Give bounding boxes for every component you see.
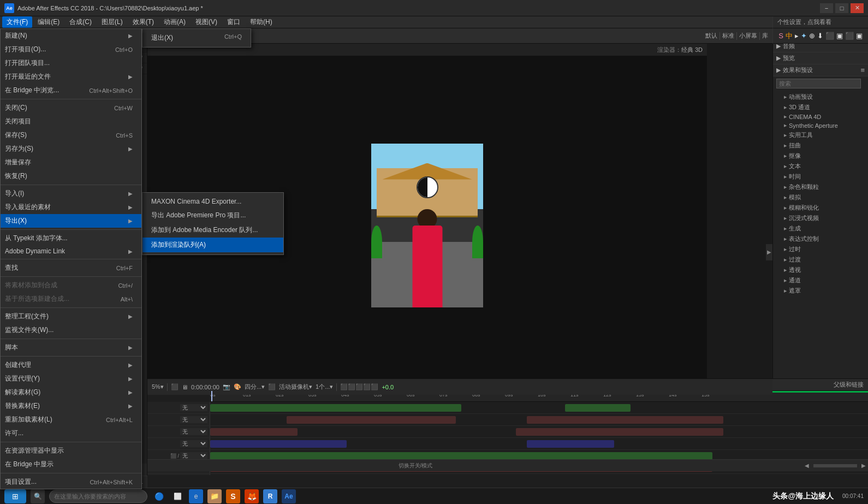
- effect-synthetic[interactable]: ▶ Synthetic Aperture: [773, 121, 868, 130]
- exit-item[interactable]: 退出(X) Ctrl+Q: [142, 31, 251, 45]
- menu-edit[interactable]: 编辑(E): [33, 16, 64, 28]
- info-box[interactable]: 个性设置，点我看看: [772, 16, 868, 28]
- effect-immersive[interactable]: ▶ 沉浸式视频: [773, 213, 868, 223]
- track-parent-3[interactable]: 无: [180, 428, 207, 435]
- effect-simulate[interactable]: ▶ 模拟: [773, 192, 868, 203]
- effect-matte[interactable]: ▶ 遮罩: [773, 286, 868, 296]
- snapshot-btn[interactable]: 📷: [223, 383, 230, 390]
- menu-effect[interactable]: 效果(T): [128, 16, 158, 28]
- menu-import[interactable]: 导入(I) ▶: [1, 187, 141, 200]
- maximize-button[interactable]: □: [835, 3, 848, 13]
- menu-organize[interactable]: 整理工程(文件) ▶: [1, 310, 141, 323]
- effect-animation-presets[interactable]: ▶ 动画预设: [773, 92, 868, 102]
- menu-revert[interactable]: 恢复(R): [1, 169, 141, 183]
- menu-open-team[interactable]: 打开团队项目...: [1, 56, 141, 70]
- effects-search-input[interactable]: [776, 79, 861, 88]
- effect-noise[interactable]: ▶ 杂色和颗粒: [773, 182, 868, 192]
- menu-open-project[interactable]: 打开项目(O)... Ctrl+O: [1, 43, 141, 56]
- effects-menu-icon[interactable]: ≡: [860, 66, 865, 74]
- menu-watch-folder[interactable]: 监视文件夹(W)...: [1, 323, 141, 337]
- effect-perspective[interactable]: ▶ 透视: [773, 265, 868, 275]
- effect-distort[interactable]: ▶ 扭曲: [773, 140, 868, 151]
- effects-section-header[interactable]: ▶ 效果和预设 ≡: [773, 64, 868, 76]
- track-parent-2[interactable]: 无: [180, 416, 207, 423]
- menu-save[interactable]: 保存(S) Ctrl+S: [1, 128, 141, 142]
- effect-text[interactable]: ▶ 文本: [773, 161, 868, 171]
- effect-blur[interactable]: ▶ 模糊和锐化: [773, 203, 868, 213]
- menu-show-in-bridge[interactable]: 在 Bridge 中显示: [1, 458, 141, 471]
- menu-proj-settings[interactable]: 项目设置... Ctrl+Alt+Shift+K: [1, 475, 141, 489]
- menu-file[interactable]: 文件(F): [2, 16, 32, 28]
- export-render-queue[interactable]: 添加到渲染队列(A): [142, 238, 283, 252]
- menu-import-recent[interactable]: 导入最近的素材 ▶: [1, 200, 141, 214]
- cortana-icon[interactable]: 🔵: [152, 489, 166, 503]
- effect-obsolete[interactable]: ▶ 过时: [773, 244, 868, 254]
- tl-mode-label[interactable]: 切换开关/模式: [399, 462, 433, 470]
- tab-standard[interactable]: 标准: [722, 32, 734, 40]
- menu-replace-footage[interactable]: 替换素材(E) ▶: [1, 399, 141, 413]
- render-icons[interactable]: ⬛⬛⬛⬛⬛: [340, 383, 378, 390]
- menu-adl[interactable]: Adobe Dynamic Link ▶: [1, 245, 141, 257]
- menu-save-as[interactable]: 另存为(S) ▶: [1, 142, 141, 156]
- export-cinema4d[interactable]: MAXON Cinema 4D Exporter...: [142, 195, 283, 208]
- track-parent-5[interactable]: 无: [180, 452, 207, 459]
- view-mode[interactable]: 四分...▾: [245, 383, 265, 391]
- menu-browse-bridge[interactable]: 在 Bridge 中浏览... Ctrl+Alt+Shift+O: [1, 84, 141, 97]
- menu-comp[interactable]: 合成(C): [65, 16, 96, 28]
- tab-small[interactable]: 小屏幕: [739, 32, 757, 40]
- effect-utility[interactable]: ▶ 实用工具: [773, 130, 868, 140]
- effect-channel[interactable]: ▶ 通道: [773, 275, 868, 286]
- fit-view-btn[interactable]: ⬛: [171, 383, 179, 390]
- effect-transition[interactable]: ▶ 过渡: [773, 254, 868, 265]
- effect-expression[interactable]: ▶ 表达式控制: [773, 234, 868, 244]
- explorer-icon[interactable]: 📁: [207, 489, 222, 503]
- resolution-btn[interactable]: 🖥: [182, 384, 188, 390]
- timecode[interactable]: 0:00:00:00: [191, 384, 219, 390]
- menu-window[interactable]: 窗口: [223, 16, 245, 28]
- effect-3d-channel[interactable]: ▶ 3D 通道: [773, 102, 868, 112]
- winrar-icon[interactable]: R: [263, 489, 277, 503]
- firefox-icon[interactable]: 🦊: [245, 489, 259, 503]
- menu-set-proxy[interactable]: 设置代理(Y) ▶: [1, 372, 141, 386]
- playhead[interactable]: [211, 391, 212, 401]
- menu-anim[interactable]: 动画(A): [159, 16, 190, 28]
- menu-help[interactable]: 帮助(H): [246, 16, 277, 28]
- track-parent-4[interactable]: 无: [180, 440, 207, 447]
- menu-create-proxy[interactable]: 创建代理 ▶: [1, 358, 141, 372]
- tl-zoom-bar[interactable]: [813, 464, 857, 467]
- effect-time[interactable]: ▶ 时间: [773, 171, 868, 182]
- export-media-encoder[interactable]: 添加到 Adobe Media Encoder 队列...: [142, 223, 283, 238]
- right-panel-collapse-btn[interactable]: ▶: [766, 244, 772, 260]
- menu-increment-save[interactable]: 增量保存: [1, 156, 141, 169]
- menu-view[interactable]: 视图(V): [191, 16, 222, 28]
- ae-taskbar-icon[interactable]: Ae: [282, 489, 296, 503]
- task-view-btn[interactable]: ⬜: [170, 489, 185, 503]
- color-btn[interactable]: 🎨: [234, 383, 241, 390]
- menu-export[interactable]: 导出(X) ▶: [1, 214, 141, 228]
- menu-interpret[interactable]: 解读素材(G) ▶: [1, 386, 141, 399]
- tl-zoom-left[interactable]: ◀: [805, 463, 809, 469]
- track-parent-1[interactable]: 无: [180, 404, 207, 411]
- menu-license[interactable]: 许可...: [1, 426, 141, 440]
- effect-keying[interactable]: ▶ 抠像: [773, 151, 868, 161]
- effect-cinema4d[interactable]: ▶ CINEMA 4D: [773, 112, 868, 121]
- track-motion-5[interactable]: /: [177, 453, 179, 459]
- camera-view[interactable]: 活动摄像机▾: [279, 383, 312, 391]
- search-taskbar[interactable]: 🔍: [31, 489, 45, 503]
- menu-new[interactable]: 新建(N) ▶: [1, 29, 141, 43]
- tab-default[interactable]: 默认: [705, 32, 717, 40]
- menu-close[interactable]: 关闭(C) Ctrl+W: [1, 101, 141, 115]
- stereo-btn[interactable]: ⬛: [268, 383, 276, 390]
- menu-reload[interactable]: 重新加载素材(L) Ctrl+Alt+L: [1, 413, 141, 426]
- windows-start-button[interactable]: ⊞: [4, 489, 26, 503]
- track-switches-5[interactable]: ⬛: [170, 453, 176, 459]
- tl-zoom-right[interactable]: ▶: [861, 463, 866, 469]
- menu-typekit[interactable]: 从 Typekit 添加字体...: [1, 232, 141, 245]
- export-premiere[interactable]: 导出 Adobe Premiere Pro 项目...: [142, 208, 283, 223]
- layer-count[interactable]: 1个...▾: [316, 383, 333, 391]
- menu-open-recent[interactable]: 打开最近的文件 ▶: [1, 70, 141, 84]
- renderer-value[interactable]: 经典 3D: [681, 46, 703, 54]
- preview-section-header[interactable]: ▶ 预览: [773, 52, 868, 64]
- edge-icon[interactable]: e: [189, 489, 203, 503]
- menu-close-project[interactable]: 关闭项目: [1, 115, 141, 128]
